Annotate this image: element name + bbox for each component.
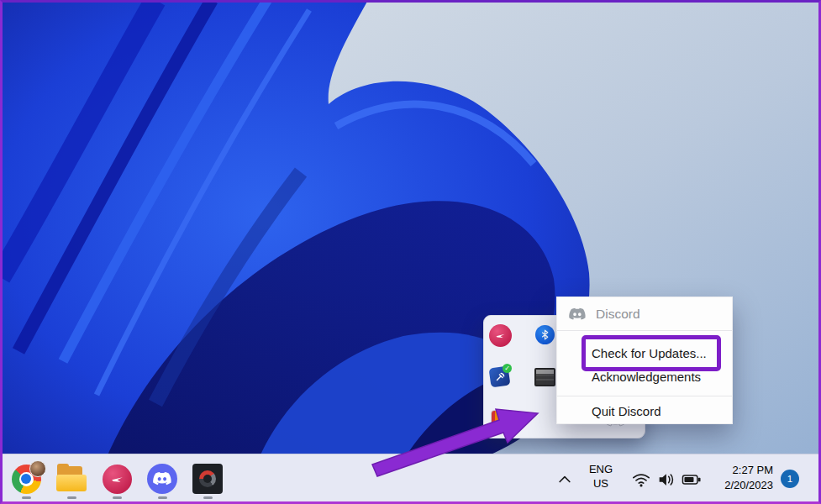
taskbar-chrome-button[interactable] — [9, 462, 43, 496]
discord-context-menu: Discord Check for Updates... Acknowledge… — [556, 297, 733, 424]
volume-icon[interactable] — [655, 470, 676, 489]
discord-running-indicator — [158, 496, 167, 499]
chat-app-icon[interactable] — [489, 324, 512, 347]
menu-header-label: Discord — [596, 307, 640, 322]
menu-item-quit-discord[interactable]: Quit Discord — [557, 397, 732, 425]
chat-app-arrow-glyph — [494, 329, 507, 342]
chrome-running-indicator — [22, 496, 31, 499]
menu-separator — [557, 396, 732, 396]
screen-recorder-running-indicator — [203, 496, 213, 499]
menu-separator — [557, 330, 732, 331]
language-line1: ENG — [583, 462, 618, 476]
taskbar-screen-recorder-button[interactable] — [191, 462, 224, 496]
chrome-profile-avatar — [29, 460, 46, 477]
show-hidden-icons-chevron[interactable] — [555, 471, 574, 488]
taskbar: ENG US 2:27 PM 2/20/2023 1 — [0, 454, 821, 504]
window-capture-square — [534, 368, 555, 386]
desktop-screenshot: ✓ Discord Check for Updates... Acknowled… — [0, 0, 821, 504]
green-check-badge: ✓ — [503, 364, 512, 373]
taskbar-discord-button[interactable] — [145, 462, 179, 496]
file-explorer-running-indicator — [67, 496, 76, 499]
taskbar-chat-app-button[interactable] — [100, 462, 134, 496]
discord-icon — [568, 307, 587, 322]
language-line2: US — [583, 476, 618, 491]
bluetooth-icon[interactable] — [535, 325, 555, 344]
menu-header-discord: Discord — [557, 297, 732, 330]
chat-app-icon-large — [103, 465, 132, 494]
clock-date: 2/20/2023 — [708, 478, 773, 493]
driver-utility-icon[interactable]: ✓ — [490, 367, 509, 386]
taskbar-file-explorer-button[interactable] — [55, 462, 88, 496]
notification-count-badge[interactable]: 1 — [781, 470, 799, 488]
chat-app-running-indicator — [113, 496, 122, 499]
clock[interactable]: 2:27 PM 2/20/2023 — [708, 463, 773, 493]
color-profile-icon[interactable] — [491, 410, 512, 427]
file-explorer-icon — [56, 466, 87, 491]
color-profile-stripes — [491, 410, 512, 427]
discord-app-icon — [147, 464, 177, 494]
clock-time: 2:27 PM — [708, 463, 773, 478]
chrome-icon — [12, 465, 41, 494]
wifi-icon[interactable] — [631, 470, 651, 489]
menu-item-acknowledgements[interactable]: Acknowledgements — [557, 364, 732, 391]
screen-recorder-icon — [192, 464, 223, 494]
notification-count: 1 — [787, 474, 792, 484]
chat-app-arrow-glyph — [109, 471, 125, 487]
window-capture-icon[interactable] — [534, 368, 555, 386]
bluetooth-rune-glyph — [539, 328, 550, 341]
driver-utility-glyph — [494, 371, 506, 383]
battery-icon[interactable] — [681, 470, 703, 489]
language-indicator[interactable]: ENG US — [583, 462, 618, 491]
windows11-bloom-wallpaper — [0, 0, 821, 504]
